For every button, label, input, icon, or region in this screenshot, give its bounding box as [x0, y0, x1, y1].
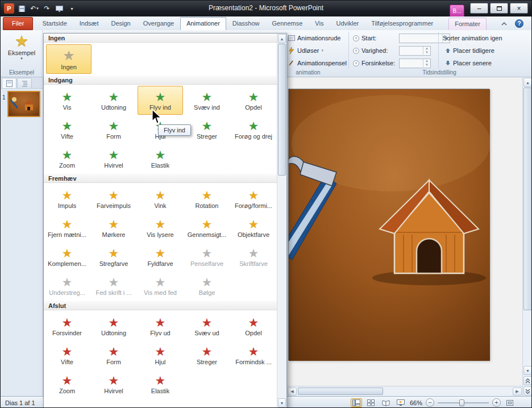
animation-item[interactable]: ★Hvirvel: [91, 369, 136, 398]
tab-design[interactable]: Design: [105, 17, 136, 30]
slide-thumbnail[interactable]: [7, 91, 40, 117]
scroll-up-icon[interactable]: ▲: [523, 78, 532, 87]
help-icon[interactable]: ?: [515, 19, 523, 28]
animation-item[interactable]: ★Zoom: [44, 369, 90, 398]
vertical-scrollbar[interactable]: ▲ ▼: [522, 77, 532, 396]
scroll-down-icon[interactable]: ▼: [523, 366, 532, 375]
animation-item[interactable]: ★Svæv ud: [184, 311, 230, 340]
animation-item[interactable]: ★Vis lysere: [138, 213, 183, 242]
scroll-track[interactable]: [277, 176, 286, 398]
animation-item[interactable]: ★Streger: [184, 115, 230, 144]
slide-sorter-icon[interactable]: [365, 398, 377, 407]
animation-item[interactable]: ★Stregfarve: [91, 242, 136, 271]
move-later-button[interactable]: Placer senere: [445, 58, 492, 68]
animation-item[interactable]: ★Fed skrift i ...: [91, 271, 136, 300]
close-button[interactable]: ×: [510, 3, 528, 14]
scroll-right-icon[interactable]: ▶: [513, 388, 522, 395]
animation-item[interactable]: ★Impuls: [44, 184, 90, 213]
animation-item[interactable]: ★Mørkere: [91, 213, 136, 242]
normal-view-icon[interactable]: [351, 398, 362, 407]
tab-filer[interactable]: Filer: [3, 17, 33, 30]
trigger-button[interactable]: Udløser ▾: [288, 45, 323, 56]
next-slide-icon[interactable]: [523, 386, 532, 395]
reading-view-icon[interactable]: [380, 398, 392, 407]
animation-item[interactable]: ★Bølge: [184, 271, 230, 300]
animation-item[interactable]: ★Understreg...: [44, 271, 90, 300]
animation-item[interactable]: ★Elastik: [138, 369, 183, 398]
slides-tab[interactable]: [2, 78, 16, 88]
scroll-down-icon[interactable]: ▼: [278, 398, 286, 407]
animation-item[interactable]: ★Forøg/formi...: [231, 184, 276, 213]
animation-item[interactable]: ★Rotation: [184, 184, 230, 213]
maximize-button[interactable]: [490, 3, 508, 14]
tab-animationer[interactable]: Animationer: [180, 17, 226, 30]
tab-formater[interactable]: Formater: [448, 18, 487, 30]
animation-item[interactable]: ★Opdel: [231, 86, 276, 115]
animation-item[interactable]: ★Objektfarve: [231, 213, 276, 242]
animation-item[interactable]: ★Udtoning: [91, 311, 136, 340]
minimize-ribbon-icon[interactable]: [500, 20, 509, 28]
zoom-slider[interactable]: [438, 399, 489, 407]
previous-slide-icon[interactable]: [523, 376, 532, 385]
tab-udvikler[interactable]: Udvikler: [330, 17, 365, 30]
slideshow-view-icon[interactable]: [395, 398, 406, 407]
animation-item[interactable]: ★Skriftfarve: [231, 242, 276, 271]
duration-spinner[interactable]: ▲▼: [399, 46, 431, 56]
animation-item[interactable]: ★Ingen: [46, 44, 92, 74]
animation-item[interactable]: ★Vis med fed: [138, 271, 183, 300]
gallery-scroll-thumb[interactable]: [278, 44, 286, 176]
animation-item[interactable]: ★Komplemen...: [44, 242, 90, 271]
vertical-scroll-thumb[interactable]: [523, 88, 532, 310]
tab-vis[interactable]: Vis: [309, 17, 330, 30]
animation-item[interactable]: ★Forøg og drej: [231, 115, 276, 144]
animation-item[interactable]: ★Form: [91, 115, 136, 144]
scroll-left-icon[interactable]: ◀: [288, 388, 297, 395]
animation-item[interactable]: ★Hvirvel: [91, 144, 136, 173]
move-earlier-button[interactable]: Placer tidligere: [445, 45, 494, 56]
spinner-arrows-icon[interactable]: ▲▼: [423, 59, 430, 67]
minimize-button[interactable]: –: [470, 3, 488, 14]
outline-tab[interactable]: [17, 78, 32, 88]
fit-to-window-icon[interactable]: [504, 398, 516, 407]
animation-item[interactable]: ★Vink: [138, 184, 183, 213]
animation-item[interactable]: ★Vifte: [44, 340, 90, 369]
animation-item[interactable]: ★Vis: [44, 86, 90, 115]
tab-overgange[interactable]: Overgange: [137, 17, 180, 30]
horizontal-scroll-thumb[interactable]: [298, 388, 383, 395]
animation-item[interactable]: ★Svæv ind: [184, 86, 230, 115]
animation-item[interactable]: ★Elastik: [138, 144, 183, 173]
zoom-level[interactable]: 66%: [410, 399, 422, 406]
animation-item[interactable]: ★Hjul: [138, 340, 183, 369]
animation-item[interactable]: ★Zoom: [44, 144, 90, 173]
tab-startside[interactable]: Startside: [36, 17, 73, 30]
animation-item[interactable]: ★Penselfarve: [184, 242, 230, 271]
tab-diasshow[interactable]: Diasshow: [226, 17, 266, 30]
preview-button[interactable]: ★ Eksempel ▾: [3, 32, 40, 67]
gallery-scrollbar[interactable]: ▲ ▼: [277, 34, 286, 408]
tab-tilf-jelsesprogrammer[interactable]: Tilføjelsesprogrammer: [365, 17, 439, 30]
animation-item[interactable]: ★Formindsk ...: [231, 340, 276, 369]
tab-gennemse[interactable]: Gennemse: [266, 17, 309, 30]
animation-item[interactable]: ★Vifte: [44, 115, 90, 144]
animation-painter-button[interactable]: Animationspensel: [288, 58, 347, 68]
spinner-arrows-icon[interactable]: ▲▼: [423, 47, 430, 55]
animation-item[interactable]: ★Fjern mætni...: [44, 213, 90, 242]
animation-item[interactable]: ★Opdel: [231, 311, 276, 340]
animation-item[interactable]: ★Flyv ud: [138, 311, 183, 340]
scroll-up-icon[interactable]: ▲: [278, 34, 286, 43]
animation-item[interactable]: ★Gennemsigt...: [184, 213, 230, 242]
slide-canvas[interactable]: [288, 89, 489, 360]
animation-item[interactable]: ★Udtoning: [91, 86, 136, 115]
tab-inds-t[interactable]: Indsæt: [73, 17, 105, 30]
animation-pane-button[interactable]: Animationsrude: [288, 33, 340, 43]
delay-spinner[interactable]: ▲▼: [399, 59, 431, 68]
horizontal-scrollbar[interactable]: ◀ ▶: [287, 386, 522, 396]
animation-item[interactable]: ★Forsvinder: [44, 311, 90, 340]
zoom-out-icon[interactable]: −: [426, 398, 434, 407]
animation-item[interactable]: ★Form: [91, 340, 136, 369]
animation-item[interactable]: ★Farveimpuls: [91, 184, 136, 213]
animation-item[interactable]: ★Streger: [184, 340, 230, 369]
zoom-slider-thumb[interactable]: [459, 399, 464, 406]
animation-item[interactable]: ★Fyldfarve: [138, 242, 183, 271]
scroll-track[interactable]: [523, 310, 532, 365]
